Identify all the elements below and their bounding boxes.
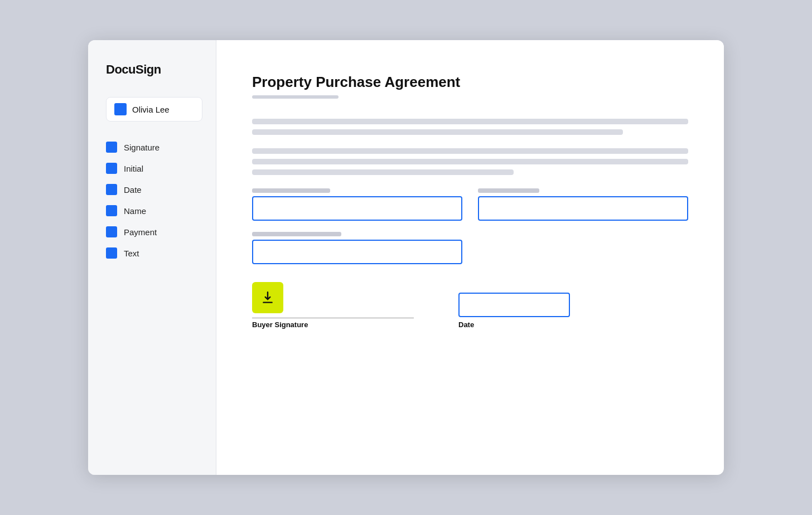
document-title: Property Purchase Agreement bbox=[252, 74, 688, 91]
text-line bbox=[252, 119, 688, 124]
text-label: Text bbox=[124, 249, 139, 258]
date-icon bbox=[106, 184, 117, 195]
last-name-input[interactable] bbox=[478, 196, 688, 221]
document-area: Property Purchase Agreement bbox=[216, 40, 724, 475]
text-line bbox=[252, 148, 688, 154]
sidebar-item-name[interactable]: Name bbox=[106, 205, 202, 216]
signature-line bbox=[252, 318, 414, 318]
signature-button[interactable] bbox=[252, 282, 283, 313]
signature-section: Buyer Signature Date bbox=[252, 282, 688, 329]
field-label-3 bbox=[252, 232, 341, 236]
name-label: Name bbox=[124, 206, 146, 216]
buyer-signature-label: Buyer Signature bbox=[252, 320, 308, 329]
doc-subtitle-bar bbox=[252, 95, 339, 99]
sidebar-item-initial[interactable]: Initial bbox=[106, 163, 202, 174]
date-field-label: Date bbox=[458, 320, 570, 329]
sidebar: DocuSign Olivia Lee Signature Initial Da… bbox=[88, 40, 216, 475]
text-block-2 bbox=[252, 148, 688, 175]
sidebar-item-text[interactable]: Text bbox=[106, 247, 202, 259]
text-block-1 bbox=[252, 119, 688, 135]
download-icon bbox=[260, 290, 275, 305]
signature-label: Signature bbox=[124, 143, 160, 152]
field-label-2 bbox=[478, 188, 539, 193]
signature-icon bbox=[106, 142, 117, 153]
app-window: DocuSign Olivia Lee Signature Initial Da… bbox=[88, 40, 724, 475]
user-card[interactable]: Olivia Lee bbox=[106, 97, 202, 122]
text-line bbox=[252, 169, 514, 175]
text-line bbox=[252, 159, 688, 164]
text-icon bbox=[106, 247, 117, 259]
field-list: Signature Initial Date Name Payment Text bbox=[106, 142, 202, 259]
sidebar-item-signature[interactable]: Signature bbox=[106, 142, 202, 153]
user-icon bbox=[114, 103, 127, 115]
sidebar-item-date[interactable]: Date bbox=[106, 184, 202, 195]
payment-icon bbox=[106, 226, 117, 237]
date-group: Date bbox=[458, 293, 570, 329]
signature-box: Buyer Signature bbox=[252, 282, 414, 329]
initial-label: Initial bbox=[124, 164, 143, 173]
name-icon bbox=[106, 205, 117, 216]
payment-label: Payment bbox=[124, 227, 157, 237]
sidebar-item-payment[interactable]: Payment bbox=[106, 226, 202, 237]
date-input[interactable] bbox=[458, 293, 570, 317]
app-logo: DocuSign bbox=[106, 62, 202, 77]
user-name: Olivia Lee bbox=[132, 105, 170, 114]
text-line bbox=[252, 129, 623, 135]
date-label-sidebar: Date bbox=[124, 185, 142, 195]
initial-icon bbox=[106, 163, 117, 174]
first-name-input[interactable] bbox=[252, 196, 462, 221]
address-input[interactable] bbox=[252, 240, 462, 264]
field-label-1 bbox=[252, 188, 330, 193]
